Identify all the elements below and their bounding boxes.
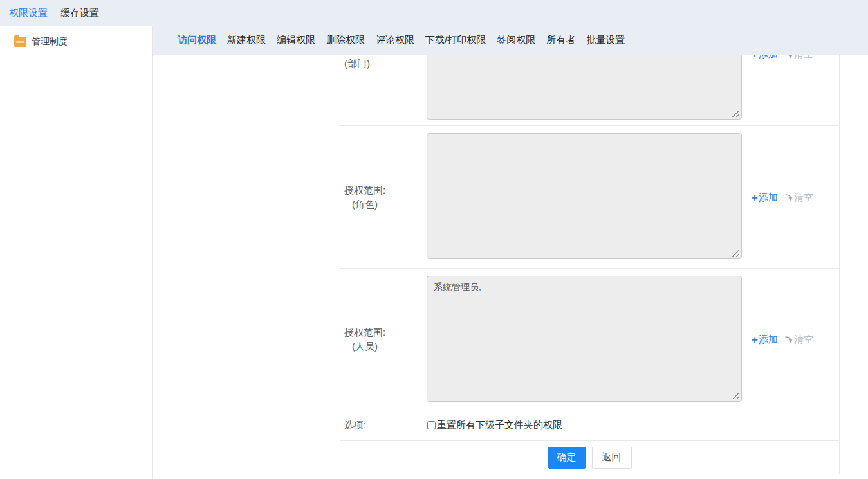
back-button[interactable]: 返回 (592, 447, 632, 469)
topbar: 权限设置 缓存设置 (0, 0, 868, 26)
add-department-link[interactable]: +添加 (752, 55, 778, 60)
sidebar: 管理制度 (0, 26, 153, 479)
form-row-options: 选项: 重置所有下级子文件夹的权限 (340, 410, 839, 441)
plus-icon: + (752, 192, 758, 203)
topbar-tab-permission-settings[interactable]: 权限设置 (9, 7, 48, 19)
department-label: (部门) (340, 55, 421, 125)
sidebar-item-label: 管理制度 (32, 36, 68, 48)
person-field-cell: 系统管理员, +添加 清空 (421, 269, 839, 410)
tab-sign-read-permission[interactable]: 签阅权限 (497, 34, 535, 46)
form-content: (部门) +添加 (153, 55, 868, 479)
folder-icon (14, 37, 26, 47)
resize-handle[interactable] (732, 392, 739, 399)
form-row-buttons: 确定 返回 (340, 441, 839, 474)
plus-icon: + (752, 334, 758, 345)
person-label: 授权范围: (人员) (340, 269, 421, 410)
tab-batch-settings[interactable]: 批量设置 (586, 34, 625, 46)
topbar-tab-cache-settings[interactable]: 缓存设置 (60, 7, 99, 19)
plus-icon: + (752, 55, 758, 60)
clear-arrow-icon (784, 335, 793, 344)
tab-access-permission[interactable]: 访问权限 (178, 34, 216, 46)
person-textarea[interactable]: 系统管理员, (427, 276, 742, 402)
checkbox-label: 重置所有下级子文件夹的权限 (437, 419, 562, 431)
add-person-link[interactable]: +添加 (752, 333, 778, 345)
confirm-button[interactable]: 确定 (548, 447, 586, 469)
form-row-role: 授权范围: (角色) +添加 (340, 126, 839, 269)
tab-comment-permission[interactable]: 评论权限 (376, 34, 414, 46)
options-field-cell: 重置所有下级子文件夹的权限 (421, 410, 839, 440)
add-role-link[interactable]: +添加 (752, 191, 778, 203)
department-textarea[interactable] (427, 55, 742, 120)
form-row-department: (部门) +添加 (340, 55, 839, 126)
reset-subfolder-permissions-option: 重置所有下级子文件夹的权限 (427, 419, 562, 431)
permission-form-table: (部门) +添加 (340, 55, 840, 474)
role-textarea[interactable] (427, 133, 742, 259)
form-row-person: 授权范围: (人员) 系统管理员, +添加 (340, 269, 839, 410)
role-label: 授权范围: (角色) (340, 126, 421, 268)
tab-owner[interactable]: 所有者 (546, 34, 575, 46)
tab-create-permission[interactable]: 新建权限 (227, 34, 266, 46)
app-body: 管理制度 访问权限 新建权限 编辑权限 删除权限 评论权限 下载/打印权限 签阅… (0, 26, 868, 479)
department-field-cell: +添加 清空 (421, 55, 839, 125)
reset-subfolder-permissions-checkbox[interactable] (427, 421, 436, 429)
role-actions: +添加 清空 (752, 191, 813, 203)
tab-delete-permission[interactable]: 删除权限 (326, 34, 365, 46)
department-actions: +添加 清空 (752, 55, 813, 60)
tab-download-print-permission[interactable]: 下载/打印权限 (425, 34, 486, 46)
person-actions: +添加 清空 (752, 333, 813, 345)
permission-tabs: 访问权限 新建权限 编辑权限 删除权限 评论权限 下载/打印权限 签阅权限 所有… (153, 26, 868, 55)
clear-role-link[interactable]: 清空 (784, 191, 813, 203)
resize-handle[interactable] (732, 110, 739, 117)
clear-department-link[interactable]: 清空 (784, 55, 813, 60)
clear-arrow-icon (784, 193, 793, 202)
sidebar-item-management-system[interactable]: 管理制度 (0, 26, 152, 48)
tab-edit-permission[interactable]: 编辑权限 (277, 34, 315, 46)
options-label: 选项: (340, 410, 421, 440)
clear-person-link[interactable]: 清空 (784, 333, 813, 345)
resize-handle[interactable] (732, 249, 739, 257)
clear-arrow-icon (784, 55, 793, 59)
role-field-cell: +添加 清空 (421, 126, 839, 268)
main-area: 访问权限 新建权限 编辑权限 删除权限 评论权限 下载/打印权限 签阅权限 所有… (153, 26, 868, 479)
